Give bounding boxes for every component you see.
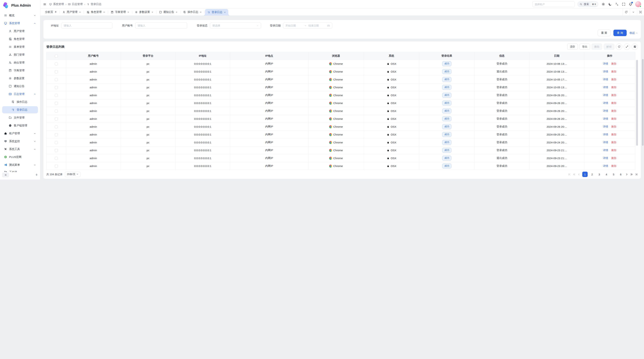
sidebar-item-dict-mgmt[interactable]: 字典管理: [2, 67, 38, 74]
pin-icon: [35, 174, 38, 176]
table-row: admin pc 0:0:0:0:0:0:0:1 内网IP Chrome OSX…: [46, 83, 322, 91]
row-checkbox[interactable]: [55, 165, 58, 168]
page-size-select[interactable]: 20条/页: [65, 172, 80, 177]
table-row: admin pc 0:0:0:0:0:0:0:1 内网IP Chrome OSX…: [46, 162, 322, 170]
cell-browser: Chrome: [308, 76, 322, 83]
sidebar-item-client-mgmt[interactable]: 客户端管理: [2, 122, 38, 129]
sidebar-item-dept-mgmt[interactable]: 部门管理: [2, 51, 38, 58]
sidebar-item-plus-site[interactable]: PLUS官网: [2, 153, 38, 161]
row-checkbox[interactable]: [55, 78, 58, 81]
pin-icon[interactable]: [54, 11, 57, 13]
cell-ip: 0:0:0:0:0:0:0:1: [175, 91, 230, 99]
tab-dict-mgmt[interactable]: 字典管理: [108, 8, 132, 15]
select-all-checkbox[interactable]: [55, 54, 58, 57]
close-icon[interactable]: [224, 11, 226, 13]
row-checkbox[interactable]: [55, 102, 58, 105]
row-checkbox[interactable]: [55, 94, 58, 97]
cell-ip: 0:0:0:0:0:0:0:1: [175, 60, 230, 68]
sidebar-item-test-menu[interactable]: 测试菜单: [2, 161, 38, 168]
person-circle-icon: [8, 61, 12, 64]
sidebar-item-op-log[interactable]: 操作日志: [2, 98, 38, 105]
breadcrumb-system-mgmt[interactable]: 系统管理: [49, 2, 64, 6]
app-logo[interactable]: Plus Admin: [0, 0, 40, 10]
sidebar-item-post-mgmt[interactable]: 岗位管理: [2, 59, 38, 66]
cell-location: 内网IP: [230, 91, 308, 99]
row-checkbox[interactable]: [55, 133, 58, 136]
book-icon: [8, 69, 12, 72]
table-row: admin pc 0:0:0:0:0:0:0:1 内网IP Chrome OSX…: [46, 115, 322, 123]
breadcrumb-log-mgmt[interactable]: 日志管理: [68, 2, 83, 6]
cell-location: 内网IP: [230, 76, 308, 83]
close-icon[interactable]: [103, 11, 105, 13]
cell-browser: Chrome: [308, 68, 322, 76]
gear-icon: [8, 77, 12, 80]
row-checkbox[interactable]: [55, 117, 58, 120]
cell-account: admin: [66, 146, 121, 154]
row-checkbox[interactable]: [55, 86, 58, 89]
row-checkbox[interactable]: [55, 141, 58, 144]
cell-platform: pc: [121, 60, 176, 68]
cell-ip: 0:0:0:0:0:0:0:1: [175, 83, 230, 91]
sidebar-item-param-settings[interactable]: 参数设置: [2, 75, 38, 82]
sidebar-item-user-mgmt[interactable]: 用户管理: [2, 27, 38, 35]
sidebar-item-workflow[interactable]: 工作流: [2, 169, 38, 172]
ip-input[interactable]: [61, 22, 112, 29]
close-icon[interactable]: [79, 11, 81, 13]
breadcrumb-login-log[interactable]: 登录日志: [87, 2, 102, 6]
double-chevron-left-icon: [4, 174, 7, 176]
account-input[interactable]: [135, 22, 187, 29]
tab-user-mgmt[interactable]: 用户管理: [60, 8, 83, 15]
cell-location: 内网IP: [230, 99, 308, 107]
cell-location: 内网IP: [230, 131, 308, 139]
sidebar-item-sys-monitor[interactable]: 系统监控: [2, 138, 38, 145]
sidebar-item-notice[interactable]: 通知公告: [2, 83, 38, 90]
tab-analysis[interactable]: 分析页: [43, 8, 59, 15]
sidebar-item-tenant-mgmt[interactable]: 租户管理: [2, 130, 38, 137]
cell-location: 内网IP: [230, 60, 308, 68]
role-icon: [86, 11, 90, 13]
row-checkbox[interactable]: [55, 157, 58, 160]
date-range-picker[interactable]: 开始日期 结束日期: [283, 22, 322, 29]
sidebar-item-overview[interactable]: 概览: [2, 12, 38, 19]
sidebar-collapse-button[interactable]: [2, 173, 9, 177]
row-checkbox[interactable]: [55, 110, 58, 113]
row-checkbox[interactable]: [55, 62, 58, 65]
close-icon[interactable]: [151, 11, 154, 13]
sidebar-item-menu-mgmt[interactable]: 菜单管理: [2, 43, 38, 50]
cell-ip: 0:0:0:0:0:0:0:1: [175, 146, 230, 154]
close-icon[interactable]: [200, 11, 202, 13]
cell-ip: 0:0:0:0:0:0:0:1: [175, 115, 230, 123]
plus-circle-icon: [4, 155, 7, 159]
sidebar-item-sys-tools[interactable]: 系统工具: [2, 146, 38, 153]
sidebar-item-file-mgmt[interactable]: 文件管理: [2, 114, 38, 121]
sidebar-item-role-mgmt[interactable]: 角色管理: [2, 35, 38, 42]
table-row: admin pc 0:0:0:0:0:0:0:1 内网IP Chrome OSX…: [46, 146, 322, 154]
menu-lines-icon: [8, 45, 12, 48]
cell-account: admin: [66, 139, 121, 146]
sidebar-toggle-button[interactable]: [43, 3, 46, 6]
status-select[interactable]: 请选择: [210, 22, 261, 29]
cell-ip: 0:0:0:0:0:0:0:1: [175, 68, 230, 76]
status-label: 登录状态: [194, 24, 208, 27]
tab-op-log[interactable]: 操作日志: [181, 8, 204, 15]
row-checkbox[interactable]: [55, 149, 58, 152]
cell-ip: 0:0:0:0:0:0:0:1: [175, 99, 230, 107]
tab-notice[interactable]: 通知公告: [157, 8, 180, 15]
cell-location: 内网IP: [230, 68, 308, 76]
tab-login-log[interactable]: 登录日志: [205, 9, 228, 15]
sidebar-item-log-mgmt[interactable]: 日志管理: [2, 90, 38, 98]
start-date-placeholder: 开始日期: [286, 24, 296, 27]
close-icon[interactable]: [127, 11, 129, 13]
close-icon[interactable]: [176, 11, 178, 13]
row-checkbox[interactable]: [55, 125, 58, 128]
sidebar-item-system-mgmt[interactable]: 系统管理: [2, 20, 38, 27]
tab-divider: [180, 11, 180, 13]
sidebar-pin-button[interactable]: [35, 174, 38, 176]
chevron-down-icon: [34, 148, 36, 151]
chevron-up-icon: [34, 22, 36, 25]
user-icon: [62, 11, 65, 13]
row-checkbox[interactable]: [55, 70, 58, 73]
tab-role-mgmt[interactable]: 角色管理: [84, 8, 108, 15]
sidebar-item-login-log[interactable]: 登录日志: [2, 106, 38, 113]
tab-param-settings[interactable]: 参数设置: [132, 8, 156, 15]
